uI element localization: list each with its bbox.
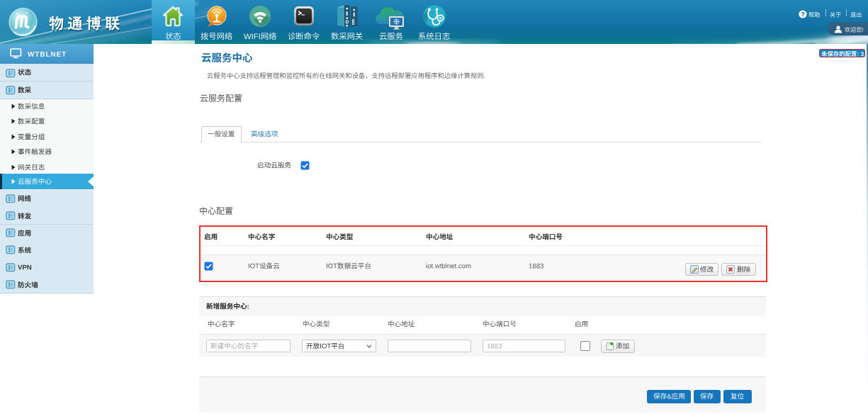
svg-text:?: ? bbox=[801, 11, 805, 18]
